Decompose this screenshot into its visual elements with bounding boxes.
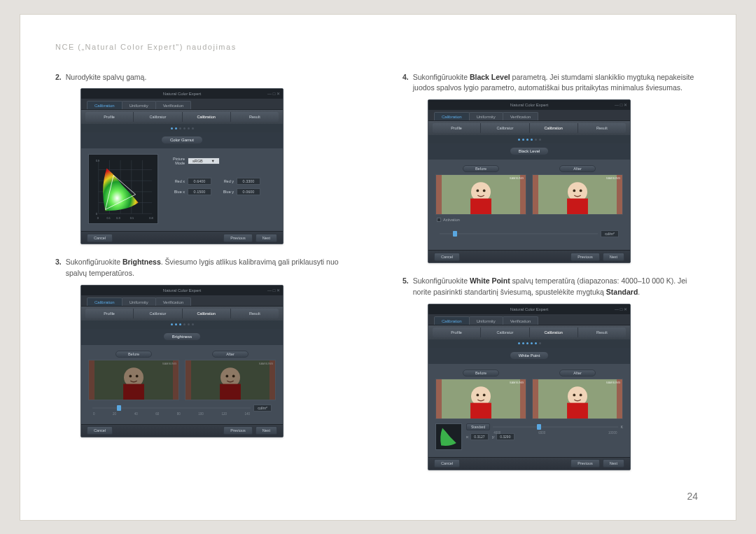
tab-calibration[interactable]: Calibration	[434, 112, 470, 120]
tab-uniformity[interactable]: Uniformity	[469, 316, 503, 325]
tab-verification[interactable]: Verification	[503, 112, 538, 120]
section-name: Black Level	[510, 147, 550, 155]
subtab-calibrator[interactable]: Calibrator	[480, 328, 528, 337]
step-number: 2.	[55, 72, 62, 83]
red-y-input[interactable]: 0.3300	[237, 178, 260, 185]
window-controls[interactable]: — □ ✕	[267, 89, 280, 99]
svg-point-20	[124, 367, 144, 387]
svg-point-27	[225, 374, 228, 377]
mode-dropdown[interactable]: sRGB▼	[188, 157, 220, 164]
subtab-calibration[interactable]: Calibration	[529, 123, 578, 133]
subtab-calibrator[interactable]: Calibrator	[480, 123, 528, 133]
section-label: Brightness	[81, 329, 283, 345]
subtab-calibrator[interactable]: Calibrator	[133, 309, 181, 318]
subtab-calibration[interactable]: Calibration	[182, 112, 230, 122]
sub-tabs: Profile Calibrator Calibration Result	[428, 325, 630, 339]
next-button[interactable]: Next	[255, 426, 277, 435]
wp-x-label: x:	[466, 435, 469, 439]
window-title: Natural Color Expert	[510, 103, 548, 107]
before-image: SAMSUNG	[435, 379, 526, 419]
manual-page: NCE („Natural Color Expert") naudojimas …	[20, 14, 736, 521]
tab-uniformity[interactable]: Uniformity	[469, 112, 503, 120]
progress-dots	[81, 321, 283, 329]
wp-unit: K	[621, 425, 623, 429]
two-column-layout: 2. Nurodykite spalvų gamą. Natural Color…	[55, 72, 701, 483]
step-text: Sukonfigūruokite White Point spalvų temp…	[413, 276, 701, 298]
content: Before SAMSUNG After SAMSUNG	[428, 364, 630, 457]
section-name: Brightness	[163, 332, 201, 341]
gamut-fields: Picture Mode sRGB▼ Red x 0.6400 Red y 0.…	[165, 154, 276, 195]
red-x-input[interactable]: 0.6400	[188, 178, 211, 185]
step-5: 5. Sukonfigūruokite White Point spalvų t…	[402, 276, 701, 298]
svg-text:0.5: 0.5	[130, 216, 134, 220]
standard-button[interactable]: Standard	[466, 423, 490, 430]
progress-dots	[428, 135, 630, 143]
subtab-result[interactable]: Result	[230, 309, 279, 318]
subtab-result[interactable]: Result	[230, 112, 279, 122]
app-window-black-level: Natural Color Expert — □ ✕ Calibration U…	[428, 99, 631, 263]
after-image: SAMSUNG	[185, 360, 276, 400]
step-number: 5.	[402, 276, 409, 298]
activation-row[interactable]: Activation	[435, 215, 623, 226]
subtab-calibrator[interactable]: Calibrator	[133, 112, 181, 122]
subtab-calibration[interactable]: Calibration	[529, 328, 578, 337]
tab-calibration[interactable]: Calibration	[434, 316, 470, 325]
next-button[interactable]: Next	[255, 234, 277, 242]
window-controls[interactable]: — □ ✕	[615, 100, 627, 110]
red-y-label: Red y	[214, 179, 234, 183]
activation-checkbox[interactable]	[437, 218, 441, 222]
cancel-button[interactable]: Cancel	[87, 426, 113, 435]
subtab-result[interactable]: Result	[578, 123, 626, 133]
wp-gamut-thumb	[435, 423, 462, 450]
tab-verification[interactable]: Verification	[503, 316, 538, 325]
next-button[interactable]: Next	[603, 459, 624, 468]
app-window-white-point: Natural Color Expert — □ ✕ Calibration U…	[428, 304, 631, 470]
blue-y-input[interactable]: 0.0600	[237, 188, 260, 195]
tab-uniformity[interactable]: Uniformity	[122, 297, 156, 306]
subtab-profile[interactable]: Profile	[85, 309, 133, 318]
black-slider[interactable]: cd/m²	[435, 226, 623, 243]
cancel-button[interactable]: Cancel	[87, 234, 113, 242]
progress-dots	[428, 339, 630, 348]
cancel-button[interactable]: Cancel	[434, 253, 460, 261]
svg-rect-31	[470, 199, 491, 214]
left-column: 2. Nurodykite spalvų gamą. Natural Color…	[55, 72, 354, 483]
tab-verification[interactable]: Verification	[155, 297, 191, 306]
cancel-button[interactable]: Cancel	[434, 459, 460, 468]
bottom-bar: Cancel Previous Next	[428, 457, 630, 470]
page-number: 24	[687, 491, 698, 502]
subtab-profile[interactable]: Profile	[433, 328, 480, 337]
wp-x-input[interactable]: 0.3127	[470, 433, 489, 440]
bottom-bar: Cancel Previous Next	[81, 231, 283, 244]
bottom-bar: Cancel Previous Next	[81, 424, 283, 437]
window-controls[interactable]: — □ ✕	[267, 286, 280, 295]
section-label: Black Level	[428, 143, 630, 160]
content: Before SAMSUNG After SAMSUNG	[81, 345, 283, 424]
sub-tabs: Profile Calibrator Calibration Result	[81, 307, 283, 321]
previous-button[interactable]: Previous	[223, 426, 252, 435]
svg-point-47	[573, 393, 575, 396]
subtab-profile[interactable]: Profile	[85, 112, 133, 122]
previous-button[interactable]: Previous	[223, 234, 252, 242]
tab-calibration[interactable]: Calibration	[87, 297, 122, 306]
main-tabs: Calibration Uniformity Verification	[81, 295, 283, 307]
blue-x-input[interactable]: 0.1500	[188, 188, 211, 195]
window-titlebar: Natural Color Expert — □ ✕	[428, 100, 630, 110]
black-unit: cd/m²	[601, 230, 619, 237]
svg-rect-26	[220, 384, 241, 399]
previous-button[interactable]: Previous	[570, 459, 599, 468]
window-controls[interactable]: — □ ✕	[615, 304, 627, 314]
svg-text:0.8: 0.8	[149, 216, 153, 220]
tab-verification[interactable]: Verification	[155, 101, 191, 109]
previous-button[interactable]: Previous	[570, 253, 599, 261]
next-button[interactable]: Next	[603, 253, 624, 261]
subtab-profile[interactable]: Profile	[433, 123, 480, 133]
subtab-calibration[interactable]: Calibration	[182, 309, 230, 318]
step-2: 2. Nurodykite spalvų gamą.	[55, 72, 354, 83]
after-label: After	[212, 351, 248, 358]
svg-point-23	[136, 374, 139, 377]
brightness-slider[interactable]: 020406080100120140 cd/m²	[88, 400, 276, 417]
tab-calibration[interactable]: Calibration	[87, 101, 122, 109]
tab-uniformity[interactable]: Uniformity	[122, 101, 156, 109]
subtab-result[interactable]: Result	[578, 328, 626, 337]
